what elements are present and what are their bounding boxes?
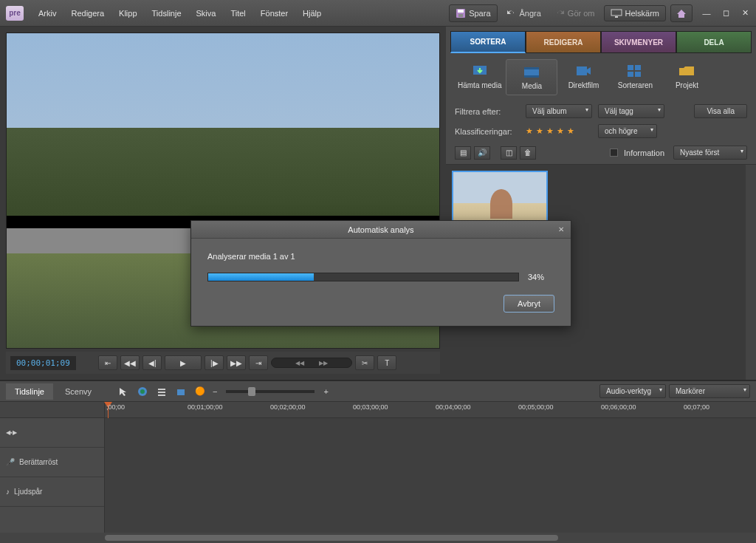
ruler-tick: 00;06;00;00	[601, 403, 636, 411]
svg-rect-9	[577, 66, 587, 75]
module-hamta-media[interactable]: Hämta media	[453, 59, 506, 95]
fast-forward-button[interactable]: ▶▶	[227, 355, 246, 370]
goto-in-button[interactable]: ⇤	[98, 355, 117, 370]
menu-titel[interactable]: Titel	[224, 6, 251, 21]
module-direktfilm[interactable]: Direktfilm	[557, 59, 609, 95]
tab-sortera[interactable]: SORTERA	[450, 31, 526, 53]
timeline-scrollbar[interactable]	[0, 533, 756, 543]
save-label: Spara	[469, 9, 490, 18]
app-logo-icon: pre	[6, 6, 24, 21]
fullscreen-button[interactable]: Helskärm	[604, 5, 666, 21]
step-forward-button[interactable]: |▶	[205, 355, 224, 370]
goto-out-button[interactable]: ⇥	[249, 355, 268, 370]
add-text-button[interactable]: T	[377, 355, 396, 370]
menu-redigera[interactable]: Redigera	[65, 6, 110, 21]
rating-mode-dropdown[interactable]: och högre	[598, 124, 657, 138]
split-clip-button[interactable]: ✂	[355, 355, 374, 370]
zoom-slider[interactable]	[226, 390, 315, 393]
redo-button[interactable]: Gör om	[550, 6, 599, 21]
download-media-icon	[471, 64, 489, 78]
module-media-label: Media	[522, 82, 542, 90]
tab-redigera[interactable]: REDIGERA	[526, 31, 601, 53]
sort-dropdown[interactable]: Nyaste först	[673, 146, 747, 160]
selection-tool[interactable]	[115, 384, 131, 399]
svg-rect-11	[635, 65, 641, 70]
transport-bar: 00;00;01;09 ⇤ ◀◀ ◀| ▶ |▶ ▶▶ ⇥ ◀◀▶▶ ✂ T	[6, 352, 440, 374]
media-scrollbar[interactable]	[746, 165, 756, 380]
maximize-button[interactable]: ◻	[721, 8, 731, 18]
time-ruler-row: ;00;00 00;01;00;00 00;02;00;00 00;03;00;…	[0, 402, 756, 418]
view-still-button[interactable]: ◫	[501, 146, 517, 160]
ruler-tick: ;00;00	[106, 403, 125, 411]
ratings-label: Klassificeringar:	[455, 127, 520, 136]
menu-klipp[interactable]: Klipp	[113, 6, 142, 21]
track-audio-label: Ljudspår	[14, 488, 42, 496]
track-head-narration[interactable]: 🎤 Berättarröst	[0, 448, 104, 477]
tab-timeline[interactable]: Tidslinje	[6, 383, 53, 400]
dialog-close-button[interactable]: ✕	[556, 224, 566, 234]
view-delete-button[interactable]: 🗑	[520, 146, 536, 160]
step-back-button[interactable]: ◀|	[142, 355, 162, 370]
markers-dropdown[interactable]: Markörer	[669, 384, 750, 398]
module-projekt[interactable]: Projekt	[661, 59, 712, 95]
svg-rect-13	[635, 72, 641, 77]
rating-stars[interactable]: ★★★★★	[526, 126, 577, 136]
menu-fonster[interactable]: Fönster	[255, 6, 294, 21]
smart-trim-tool[interactable]	[173, 384, 189, 399]
ruler-tick: 00;07;00	[684, 403, 709, 411]
track-headers: ◀▪▶ 🎤 Berättarröst ♪ Ljudspår	[0, 418, 105, 533]
minimize-button[interactable]: —	[701, 8, 712, 18]
home-button[interactable]	[670, 4, 693, 22]
properties-tool[interactable]	[154, 384, 170, 399]
track-head-audio[interactable]: ♪ Ljudspår	[0, 477, 104, 507]
svg-point-15	[140, 389, 145, 394]
menu-list: Arkiv Redigera Klipp Tidslinje Skiva Tit…	[32, 6, 327, 21]
dialog-buttons: Avbryt	[207, 295, 554, 313]
save-button[interactable]: Spara	[449, 4, 497, 22]
timeline-panel: Tidslinje Scenvy 🟠 − + Audio-verktyg Mar…	[0, 380, 756, 543]
shuttle-slider[interactable]: ◀◀▶▶	[271, 358, 352, 368]
close-button[interactable]: ✕	[740, 8, 750, 18]
menu-skiva[interactable]: Skiva	[190, 6, 222, 21]
motion-tracking-tool[interactable]: 🟠	[192, 384, 208, 399]
tab-skivmenyer[interactable]: SKIVMENYER	[601, 31, 676, 53]
tab-dela[interactable]: DELA	[676, 31, 752, 53]
module-media[interactable]: Media	[506, 59, 557, 95]
svg-rect-7	[524, 67, 539, 69]
svg-rect-16	[158, 389, 165, 390]
info-label: Information	[624, 148, 664, 157]
smart-tool[interactable]	[134, 384, 151, 399]
info-checkbox[interactable]	[610, 148, 618, 157]
module-sorteraren[interactable]: Sorteraren	[609, 59, 661, 95]
undo-button[interactable]: Ångra	[502, 6, 546, 21]
dialog-titlebar[interactable]: Automatisk analys ✕	[191, 221, 571, 239]
svg-rect-10	[628, 65, 633, 70]
rewind-button[interactable]: ◀◀	[120, 355, 140, 370]
toggle-arrows-icon[interactable]: ◀▪▶	[6, 429, 17, 436]
audio-tools-dropdown[interactable]: Audio-verktyg	[599, 384, 666, 398]
view-audio-button[interactable]: 🔊	[474, 146, 490, 160]
time-ruler[interactable]: ;00;00 00;01;00;00 00;02;00;00 00;03;00;…	[105, 402, 756, 417]
organizer-icon	[626, 64, 644, 78]
view-list-button[interactable]: ▤	[455, 146, 471, 160]
svg-rect-12	[628, 72, 633, 77]
svg-rect-2	[458, 14, 463, 17]
tag-dropdown[interactable]: Välj tagg	[598, 104, 664, 118]
track-lanes[interactable]	[105, 418, 756, 533]
floppy-icon	[456, 8, 466, 18]
timeline-scroll-thumb[interactable]	[105, 535, 558, 541]
track-head-video[interactable]: ◀▪▶	[0, 418, 104, 448]
ruler-tick: 00;05;00;00	[518, 403, 554, 411]
organize-panel: SORTERA REDIGERA SKIVMENYER DELA Hämta m…	[446, 27, 756, 380]
show-all-button[interactable]: Visa alla	[694, 104, 747, 118]
tab-sceneview[interactable]: Scenvy	[56, 383, 100, 400]
menu-tidslinje[interactable]: Tidslinje	[146, 6, 188, 21]
play-button[interactable]: ▶	[165, 355, 202, 370]
track-narration-label: Berättarröst	[19, 458, 58, 466]
album-dropdown[interactable]: Välj album	[526, 104, 592, 118]
menu-arkiv[interactable]: Arkiv	[32, 6, 62, 21]
timecode-display[interactable]: 00;00;01;09	[10, 356, 76, 370]
menu-hjalp[interactable]: Hjälp	[297, 6, 327, 21]
progress-percent: 34%	[528, 273, 554, 281]
cancel-button[interactable]: Avbryt	[504, 295, 554, 313]
